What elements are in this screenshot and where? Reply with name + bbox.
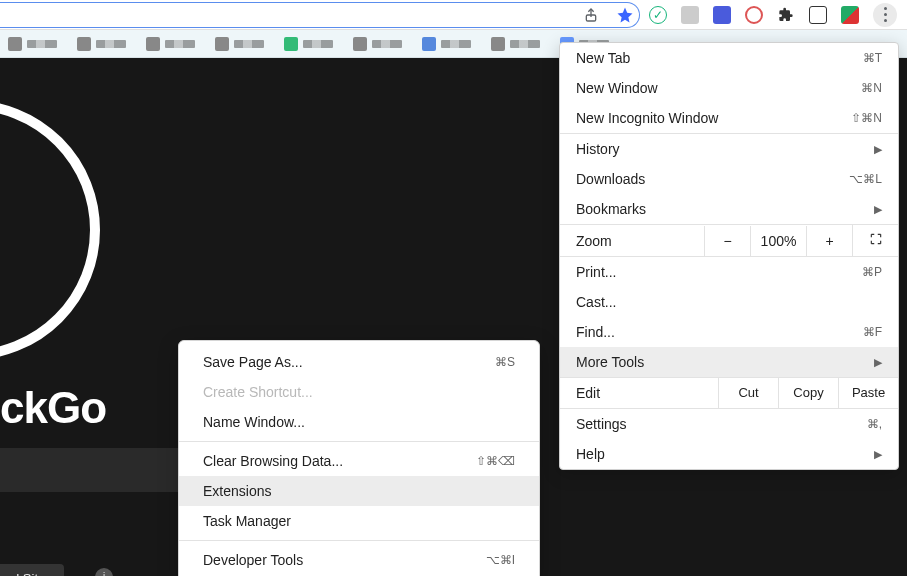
submenu-clear-browsing[interactable]: Clear Browsing Data... ⇧⌘⌫ xyxy=(179,446,539,476)
submenu-separator xyxy=(179,540,539,541)
menu-label: New Tab xyxy=(576,50,630,66)
submenu-label: Save Page As... xyxy=(203,354,303,370)
browser-menu: New Tab ⌘T New Window ⌘N New Incognito W… xyxy=(559,42,899,470)
menu-new-incognito[interactable]: New Incognito Window ⇧⌘N xyxy=(560,103,898,133)
submenu-shortcut: ⌘S xyxy=(495,355,515,369)
menu-shortcut: ⇧⌘N xyxy=(851,111,882,125)
zoom-in-button[interactable]: + xyxy=(806,226,852,256)
extension-icon-4[interactable] xyxy=(745,6,763,24)
sites-button-fragment[interactable]: d Sites xyxy=(0,564,64,576)
menu-zoom: Zoom − 100% + xyxy=(560,224,898,257)
chevron-right-icon: ▶ xyxy=(874,203,882,216)
toolbar-icons: ✓ xyxy=(581,3,897,27)
menu-label: Downloads xyxy=(576,171,645,187)
bookmark-item[interactable] xyxy=(215,37,264,51)
menu-label: Cast... xyxy=(576,294,616,310)
menu-shortcut: ⌘N xyxy=(861,81,882,95)
edit-cut-button[interactable]: Cut xyxy=(718,378,778,408)
menu-shortcut: ⌘, xyxy=(867,417,882,431)
submenu-developer-tools[interactable]: Developer Tools ⌥⌘I xyxy=(179,545,539,575)
chevron-right-icon: ▶ xyxy=(874,143,882,156)
menu-label: Find... xyxy=(576,324,615,340)
edit-copy-button[interactable]: Copy xyxy=(778,378,838,408)
search-bar-fragment[interactable] xyxy=(0,448,200,492)
submenu-label: Developer Tools xyxy=(203,552,303,568)
chevron-right-icon: ▶ xyxy=(874,356,882,369)
menu-label: Help xyxy=(576,446,605,462)
submenu-task-manager[interactable]: Task Manager xyxy=(179,506,539,536)
menu-bookmarks[interactable]: Bookmarks ▶ xyxy=(560,194,898,224)
menu-label: History xyxy=(576,141,620,157)
menu-label: New Incognito Window xyxy=(576,110,718,126)
extension-icon-3[interactable] xyxy=(713,6,731,24)
submenu-label: Create Shortcut... xyxy=(203,384,313,400)
extensions-puzzle-icon[interactable] xyxy=(777,6,795,24)
star-icon[interactable] xyxy=(615,5,635,25)
bookmark-item[interactable] xyxy=(422,37,471,51)
menu-label: More Tools xyxy=(576,354,644,370)
info-icon[interactable]: i xyxy=(95,568,113,576)
bookmark-item[interactable] xyxy=(491,37,540,51)
submenu-label: Clear Browsing Data... xyxy=(203,453,343,469)
submenu-shortcut: ⌥⌘I xyxy=(486,553,515,567)
extension-icon-2[interactable] xyxy=(681,6,699,24)
menu-history[interactable]: History ▶ xyxy=(560,134,898,164)
menu-shortcut: ⌘P xyxy=(862,265,882,279)
fullscreen-button[interactable] xyxy=(852,225,898,256)
edit-paste-button[interactable]: Paste xyxy=(838,378,898,408)
submenu-label: Name Window... xyxy=(203,414,305,430)
submenu-create-shortcut: Create Shortcut... xyxy=(179,377,539,407)
menu-shortcut: ⌘F xyxy=(863,325,882,339)
bookmark-item[interactable] xyxy=(8,37,57,51)
extension-icon-1[interactable]: ✓ xyxy=(649,6,667,24)
browser-chrome-top: ✓ xyxy=(0,0,907,30)
submenu-label: Task Manager xyxy=(203,513,291,529)
menu-downloads[interactable]: Downloads ⌥⌘L xyxy=(560,164,898,194)
bookmark-item[interactable] xyxy=(353,37,402,51)
zoom-label: Zoom xyxy=(560,226,704,256)
menu-label: New Window xyxy=(576,80,658,96)
zoom-out-button[interactable]: − xyxy=(704,226,750,256)
submenu-extensions[interactable]: Extensions xyxy=(179,476,539,506)
menu-label: Bookmarks xyxy=(576,201,646,217)
sites-button-label: d Sites xyxy=(12,571,52,577)
menu-settings[interactable]: Settings ⌘, xyxy=(560,409,898,439)
logo-circle xyxy=(0,100,100,360)
extension-icon-6[interactable] xyxy=(841,6,859,24)
submenu-shortcut: ⇧⌘⌫ xyxy=(476,454,515,468)
menu-print[interactable]: Print... ⌘P xyxy=(560,257,898,287)
edit-label: Edit xyxy=(560,378,718,408)
menu-label: Print... xyxy=(576,264,616,280)
submenu-label: Extensions xyxy=(203,483,271,499)
bookmark-item[interactable] xyxy=(77,37,126,51)
menu-new-window[interactable]: New Window ⌘N xyxy=(560,73,898,103)
menu-new-tab[interactable]: New Tab ⌘T xyxy=(560,43,898,73)
browser-menu-button[interactable] xyxy=(873,3,897,27)
extension-icon-5[interactable] xyxy=(809,6,827,24)
more-tools-submenu: Save Page As... ⌘S Create Shortcut... Na… xyxy=(178,340,540,576)
bookmark-item[interactable] xyxy=(284,37,333,51)
share-icon[interactable] xyxy=(581,5,601,25)
menu-shortcut: ⌘T xyxy=(863,51,882,65)
zoom-percent: 100% xyxy=(750,226,806,256)
address-bar[interactable] xyxy=(0,2,640,28)
menu-cast[interactable]: Cast... xyxy=(560,287,898,317)
submenu-name-window[interactable]: Name Window... xyxy=(179,407,539,437)
brand-text-fragment: ckGo xyxy=(0,383,106,433)
menu-edit: Edit Cut Copy Paste xyxy=(560,377,898,409)
menu-find[interactable]: Find... ⌘F xyxy=(560,317,898,347)
menu-shortcut: ⌥⌘L xyxy=(849,172,882,186)
submenu-save-page[interactable]: Save Page As... ⌘S xyxy=(179,347,539,377)
menu-help[interactable]: Help ▶ xyxy=(560,439,898,469)
submenu-separator xyxy=(179,441,539,442)
chevron-right-icon: ▶ xyxy=(874,448,882,461)
bookmark-item[interactable] xyxy=(146,37,195,51)
menu-more-tools[interactable]: More Tools ▶ xyxy=(560,347,898,377)
menu-label: Settings xyxy=(576,416,627,432)
